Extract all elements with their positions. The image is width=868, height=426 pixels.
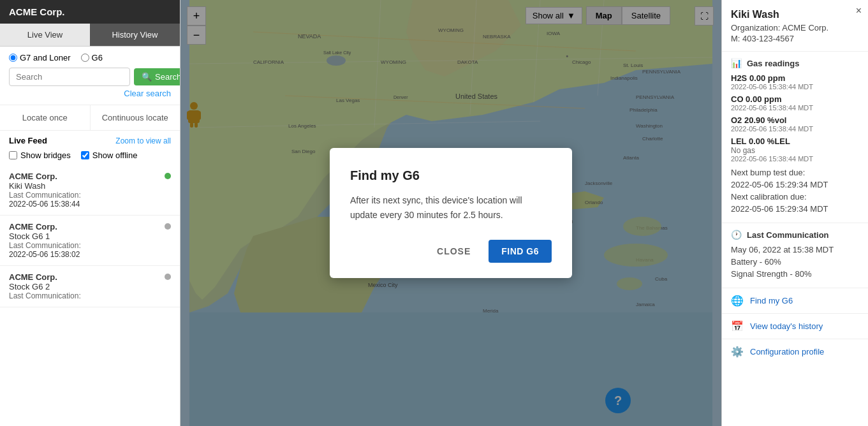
device-comm-label: Last Communication:: [9, 191, 171, 200]
modal-find-button[interactable]: FIND G6: [489, 240, 552, 263]
mobile-value: 403-123-4567: [742, 34, 794, 43]
battery-row: Battery - 60%: [731, 257, 859, 267]
reading-h2s: H2S 0.00 ppm 2022-05-06 15:38:44 MDT: [731, 73, 859, 91]
right-panel-org: Organization: ACME Corp.: [722, 23, 868, 34]
calibration-label: Next calibration due:: [731, 192, 859, 202]
modal-overlay: Find my G6 After its next sync, this dev…: [180, 0, 721, 426]
locate-section: Locate once Continuous locate: [0, 105, 180, 131]
bump-test-value: 2022-05-06 15:29:34 MDT: [731, 180, 859, 189]
view-tabs: Live View History View: [0, 24, 180, 47]
last-comm-section: 🕐 Last Communication May 06, 2022 at 15:…: [722, 223, 868, 288]
globe-icon: 🌐: [731, 295, 744, 307]
live-feed-header: Live Feed Zoom to view all: [0, 131, 180, 148]
org-header: ACME Corp.: [0, 0, 180, 24]
locate-once-button[interactable]: Locate once: [0, 105, 91, 130]
live-feed-label: Live Feed: [9, 136, 47, 145]
show-offline-checkbox[interactable]: Show offline: [81, 151, 138, 160]
reading-co: CO 0.00 ppm 2022-05-06 15:38:44 MDT: [731, 94, 859, 112]
map-area[interactable]: United States Mexico NEVADA CALIFORNIA W…: [180, 0, 721, 426]
show-bridges-checkbox[interactable]: Show bridges: [9, 151, 71, 160]
device-org: ACME Corp.: [9, 272, 171, 282]
clock-icon: 🕐: [731, 230, 742, 240]
modal-body: After its next sync, this device's locat…: [350, 193, 552, 222]
gear-icon: ⚙️: [731, 346, 744, 358]
device-status-offline: [165, 223, 171, 230]
configuration-profile-action[interactable]: ⚙️ Configuration profile: [722, 339, 868, 364]
bar-chart-icon: 📊: [731, 58, 742, 68]
search-input[interactable]: [9, 68, 130, 86]
search-row: 🔍 Search: [9, 68, 171, 86]
checkbox-row: Show bridges Show offline: [0, 148, 180, 165]
find-my-g6-action[interactable]: 🌐 Find my G6: [722, 288, 868, 313]
device-comm-label: Last Communication:: [9, 291, 171, 300]
device-item[interactable]: ACME Corp. Kiki Wash Last Communication:…: [0, 165, 180, 216]
gas-readings-section: 📊 Gas readings H2S 0.00 ppm 2022-05-06 1…: [722, 51, 868, 223]
clear-search-link[interactable]: Clear search: [9, 86, 171, 98]
last-comm-value: May 06, 2022 at 15:38 MDT: [731, 245, 859, 254]
search-button[interactable]: 🔍 Search: [134, 68, 180, 85]
signal-row: Signal Strength - 80%: [731, 269, 859, 279]
right-panel-mobile: M: 403-123-4567: [722, 34, 868, 51]
device-comm-label: Last Communication:: [9, 241, 171, 250]
gas-readings-title: 📊 Gas readings: [731, 58, 859, 68]
radio-g7-loner[interactable]: G7 and Loner: [9, 53, 71, 62]
device-status-offline: [165, 274, 171, 280]
continuous-locate-button[interactable]: Continuous locate: [91, 105, 180, 130]
device-item[interactable]: ACME Corp. Stock G6 1 Last Communication…: [0, 216, 180, 266]
radio-group: G7 and Loner G6: [9, 53, 171, 62]
right-panel: × Kiki Wash Organization: ACME Corp. M: …: [721, 0, 868, 426]
zoom-to-view-link[interactable]: Zoom to view all: [115, 136, 171, 145]
tab-history-view[interactable]: History View: [90, 24, 180, 46]
modal-close-button[interactable]: CLOSE: [429, 241, 478, 261]
device-name: Kiki Wash: [9, 181, 171, 191]
tab-live-view[interactable]: Live View: [0, 24, 90, 46]
view-todays-history-action[interactable]: 📅 View today's history: [722, 313, 868, 339]
device-status-online: [165, 173, 171, 179]
calibration-value: 2022-05-06 15:29:34 MDT: [731, 204, 859, 214]
device-name: Stock G6 2: [9, 282, 171, 291]
reading-o2: O2 20.90 %vol 2022-05-06 15:38:44 MDT: [731, 115, 859, 133]
modal-buttons: CLOSE FIND G6: [350, 240, 552, 263]
devices-list: ACME Corp. Kiki Wash Last Communication:…: [0, 165, 180, 426]
org-name: ACME Corp.: [9, 6, 65, 17]
right-panel-name: Kiki Wash: [722, 0, 868, 23]
reading-lel: LEL 0.00 %LEL No gas 2022-05-06 15:38:44…: [731, 136, 859, 163]
org-label: Organization:: [731, 23, 780, 33]
org-value: ACME Corp.: [782, 23, 828, 33]
last-comm-title: 🕐 Last Communication: [731, 230, 859, 240]
mobile-label: M:: [731, 34, 740, 43]
radio-g6[interactable]: G6: [81, 53, 103, 62]
modal-dialog: Find my G6 After its next sync, this dev…: [330, 148, 572, 278]
right-panel-close-button[interactable]: ×: [856, 5, 862, 17]
sidebar: ACME Corp. Live View History View G7 and…: [0, 0, 180, 426]
device-org: ACME Corp.: [9, 222, 171, 231]
search-icon: 🔍: [142, 72, 152, 82]
device-org: ACME Corp.: [9, 172, 171, 181]
device-comm-time: 2022-05-06 15:38:02: [9, 250, 171, 259]
device-comm-time: 2022-05-06 15:38:44: [9, 200, 171, 209]
device-item[interactable]: ACME Corp. Stock G6 2 Last Communication…: [0, 266, 180, 307]
calendar-icon: 📅: [731, 320, 744, 332]
filter-section: G7 and Loner G6 🔍 Search Clear search: [0, 47, 180, 105]
modal-title: Find my G6: [350, 168, 552, 183]
bump-test-label: Next bump test due:: [731, 168, 859, 177]
device-name: Stock G6 1: [9, 231, 171, 241]
